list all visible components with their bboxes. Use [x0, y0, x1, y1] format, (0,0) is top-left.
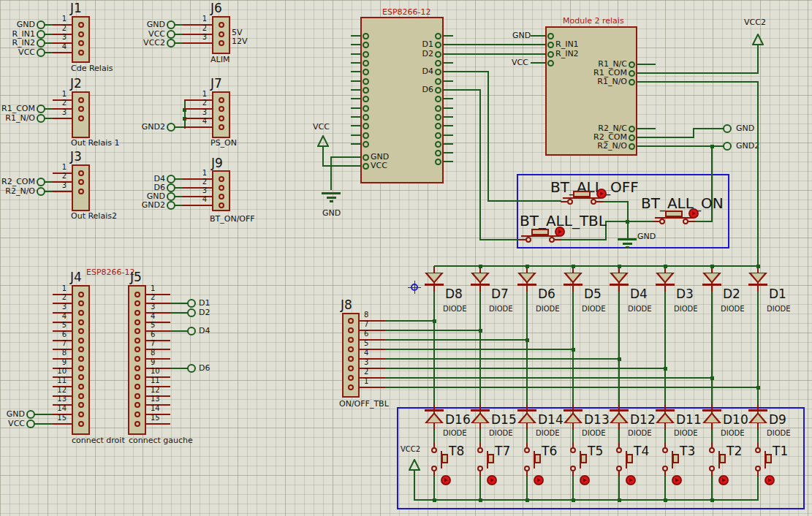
wire-segment[interactable] — [637, 137, 647, 138]
terminal[interactable] — [26, 420, 35, 428]
wire-segment[interactable] — [646, 64, 656, 65]
pin[interactable] — [78, 365, 84, 371]
terminal[interactable] — [37, 114, 45, 123]
wire-segment[interactable] — [146, 330, 170, 332]
wire-segment[interactable] — [536, 35, 545, 37]
wire-segment[interactable] — [555, 239, 561, 240]
pin[interactable] — [78, 421, 84, 427]
wire-segment[interactable] — [711, 423, 713, 430]
wire-segment[interactable] — [433, 404, 435, 409]
wire-segment[interactable] — [479, 471, 481, 477]
pin[interactable] — [78, 115, 84, 121]
pin[interactable] — [629, 79, 635, 86]
pin[interactable] — [348, 318, 354, 324]
pin[interactable] — [591, 199, 596, 205]
pin[interactable] — [435, 96, 441, 102]
pin[interactable] — [435, 114, 441, 121]
wire-segment[interactable] — [34, 414, 53, 415]
terminal[interactable] — [187, 327, 196, 335]
wire-segment[interactable] — [561, 201, 567, 202]
wire-segment[interactable] — [637, 128, 647, 129]
wire-segment[interactable] — [618, 423, 620, 430]
wire-segment[interactable] — [351, 35, 360, 37]
wire-segment[interactable] — [517, 409, 536, 411]
pin[interactable] — [363, 87, 369, 94]
wire-segment[interactable] — [34, 423, 53, 425]
wire-segment[interactable] — [711, 404, 713, 409]
pin[interactable] — [363, 42, 369, 48]
pin[interactable] — [134, 319, 140, 325]
wire-segment[interactable] — [453, 71, 489, 72]
wire-segment[interactable] — [618, 404, 620, 409]
push-button-cap[interactable] — [534, 454, 541, 463]
wire-segment[interactable] — [414, 471, 415, 500]
wire-segment[interactable] — [45, 108, 53, 110]
pin[interactable] — [363, 51, 369, 58]
wire-segment[interactable] — [322, 165, 352, 167]
push-button-cap[interactable] — [580, 454, 587, 463]
wire-segment[interactable] — [184, 99, 186, 129]
wire-segment[interactable] — [45, 191, 53, 192]
wire-segment[interactable] — [536, 44, 545, 45]
wire-segment[interactable] — [453, 44, 536, 45]
pin[interactable] — [363, 78, 369, 85]
pin[interactable] — [78, 393, 84, 399]
wire-segment[interactable] — [175, 24, 183, 26]
wire-segment[interactable] — [479, 239, 520, 240]
pin[interactable] — [435, 78, 441, 85]
terminal[interactable] — [167, 20, 175, 29]
wire-segment[interactable] — [694, 221, 713, 222]
wire-segment[interactable] — [596, 201, 603, 202]
pin[interactable] — [709, 466, 715, 471]
wire-segment[interactable] — [53, 423, 72, 425]
pin[interactable] — [524, 447, 530, 453]
wire-segment[interactable] — [351, 53, 360, 55]
push-button-cap[interactable] — [626, 454, 633, 463]
ground-icon[interactable] — [322, 192, 341, 194]
terminal[interactable] — [187, 308, 196, 317]
pin[interactable] — [134, 346, 140, 352]
wire-segment[interactable] — [572, 423, 574, 430]
push-button-cap[interactable] — [531, 229, 549, 235]
wire-segment[interactable] — [656, 409, 675, 411]
terminal[interactable] — [37, 30, 45, 39]
wire-segment[interactable] — [175, 205, 183, 206]
pin[interactable] — [219, 31, 224, 37]
power-arrow-icon[interactable] — [752, 34, 764, 46]
wire-segment[interactable] — [183, 187, 212, 189]
wire-segment[interactable] — [45, 34, 53, 35]
pin[interactable] — [134, 328, 140, 334]
pin[interactable] — [629, 61, 635, 68]
wire-segment[interactable] — [526, 471, 528, 477]
wire-segment[interactable] — [664, 404, 666, 409]
pin[interactable] — [348, 327, 354, 333]
pin[interactable] — [134, 393, 140, 399]
pin[interactable] — [78, 106, 84, 112]
wire-segment[interactable] — [444, 107, 453, 109]
wire-segment[interactable] — [560, 239, 607, 240]
wire-segment[interactable] — [444, 134, 453, 136]
terminal[interactable] — [723, 142, 732, 151]
wire-segment[interactable] — [610, 409, 629, 411]
wire-segment[interactable] — [637, 64, 647, 65]
wire-segment[interactable] — [627, 221, 629, 239]
wire-segment[interactable] — [45, 24, 53, 26]
wire-segment[interactable] — [175, 42, 183, 44]
ground-icon[interactable] — [618, 238, 637, 240]
terminal[interactable] — [167, 201, 175, 210]
wire-segment[interactable] — [444, 116, 453, 118]
wire-segment[interactable] — [711, 471, 713, 477]
pin[interactable] — [219, 202, 224, 208]
wire-segment[interactable] — [45, 181, 53, 183]
terminal[interactable] — [723, 124, 732, 133]
wire-segment[interactable] — [45, 52, 53, 53]
pin[interactable] — [435, 132, 441, 139]
pin[interactable] — [629, 134, 635, 141]
wire-segment[interactable] — [184, 99, 212, 101]
pin[interactable] — [363, 114, 369, 121]
pin[interactable] — [78, 402, 84, 408]
wire-segment[interactable] — [444, 80, 453, 82]
wire-segment[interactable] — [444, 62, 453, 64]
pin[interactable] — [547, 42, 554, 48]
terminal[interactable] — [37, 39, 45, 48]
